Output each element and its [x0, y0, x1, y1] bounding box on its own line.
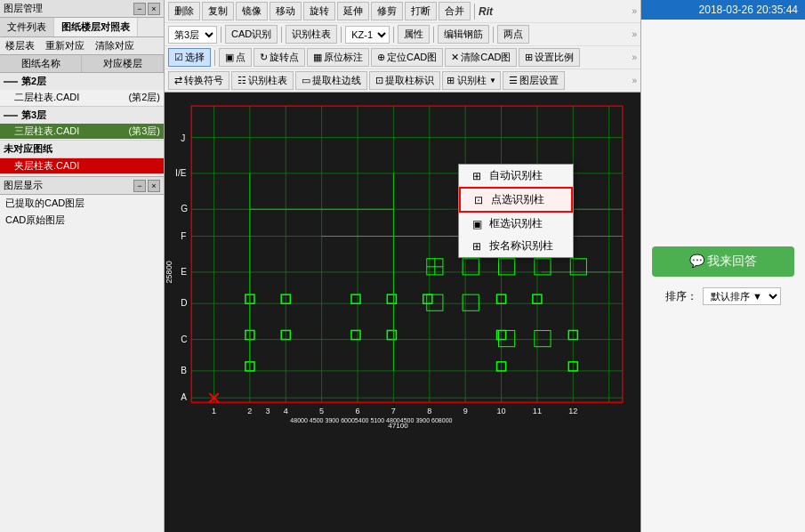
annotate-icon: ▦ [313, 52, 322, 63]
toolbar-more-indicator: » [632, 6, 637, 16]
sub-tabs-row: 楼层表 重新对应 清除对应 [0, 37, 164, 55]
extend-button[interactable]: 延伸 [337, 2, 369, 20]
sub-tab-clear[interactable]: 清除对应 [90, 37, 140, 54]
pin-button[interactable]: − [133, 3, 146, 15]
context-menu: ⊞ 自动识别柱 ⊡ 点选识别柱 ▣ 框选识别柱 ⊞ 按名称识别柱 [458, 164, 574, 258]
floor-2-row[interactable]: 二层柱表.CADI (第2层) [0, 90, 164, 106]
rit-label: Rit [479, 5, 493, 18]
break-button[interactable]: 打断 [405, 2, 437, 20]
svg-text:J: J [181, 133, 185, 143]
annotate-button[interactable]: ▦ 原位标注 [307, 48, 369, 67]
cm-name-icon: ⊞ [470, 239, 484, 254]
move-button[interactable]: 移动 [270, 2, 302, 20]
dropdown-arrow-icon: ▼ [489, 77, 496, 85]
edit-rebar-button[interactable]: 编辑钢筋 [438, 25, 489, 44]
svg-text:3: 3 [266, 407, 270, 415]
locate-cad-button[interactable]: ⊕ 定位CAD图 [371, 48, 443, 67]
layer-close-button[interactable]: × [148, 180, 160, 192]
layer-settings-button[interactable]: ☰ 图层设置 [503, 71, 565, 90]
tab-file-list[interactable]: 文件列表 [0, 18, 54, 36]
extract-col-edge-button[interactable]: ▭ 提取柱边线 [295, 71, 367, 90]
layer-item-extracted[interactable]: 已提取的CAD图层 [0, 195, 164, 212]
mirror-button[interactable]: 镜像 [236, 2, 268, 20]
copy-button[interactable]: 复制 [202, 2, 234, 20]
toolbar-row-3: ☑ 选择 ▣ 点 ↻ 旋转点 ▦ 原位标注 ⊕ 定位CAD [165, 46, 640, 69]
col-table-icon: ☷ [237, 75, 246, 86]
attr-button[interactable]: 属性 [398, 25, 430, 44]
point-button[interactable]: ▣ 点 [219, 48, 252, 67]
floor-2-cad-name: 二层柱表.CADI [14, 91, 116, 104]
layer-panel-title: 图层显示 [4, 179, 133, 192]
svg-text:B: B [181, 366, 187, 375]
cm-point-identify[interactable]: ⊡ 点选识别柱 [459, 187, 573, 213]
cm-name-identify[interactable]: ⊞ 按名称识别柱 [459, 235, 573, 257]
sub-tab-remap[interactable]: 重新对应 [40, 37, 90, 54]
timestamp-display: 2018-03-26 20:35:44 [699, 4, 798, 16]
locate-cad-icon: ⊕ [377, 52, 385, 63]
convert-symbol-button[interactable]: ⇄ 转换符号 [168, 71, 229, 90]
floor-2-cad-floor: (第2层) [116, 91, 160, 104]
svg-text:11: 11 [533, 407, 542, 415]
svg-text:5: 5 [319, 407, 324, 415]
right-top-bar: 2018-03-26 20:35:44 [641, 0, 805, 20]
right-panel: 2018-03-26 20:35:44 💬 我来回答 排序： 默认排序 ▼ [640, 0, 805, 532]
layer-pin-button[interactable]: − [133, 180, 146, 192]
identify-column-table-button[interactable]: 识别柱表 [286, 25, 337, 44]
cm-auto-identify[interactable]: ⊞ 自动识别柱 [459, 165, 573, 187]
select-button[interactable]: ☑ 选择 [168, 48, 211, 67]
svg-text:8: 8 [427, 407, 431, 415]
panel-header-title: 图层管理 [4, 2, 133, 15]
svg-text:2: 2 [247, 407, 252, 415]
two-points-button[interactable]: 两点 [497, 25, 529, 44]
floor-3-cad-floor: (第3层) [116, 125, 160, 138]
svg-text:A: A [181, 392, 187, 402]
separator-1 [474, 4, 475, 20]
svg-text:4: 4 [284, 407, 288, 415]
tab-floor-map[interactable]: 图纸楼层对照表 [54, 18, 138, 36]
svg-text:12: 12 [568, 407, 577, 415]
rotate-button[interactable]: 旋转 [303, 2, 335, 20]
cad-identify-button[interactable]: CAD识别 [225, 25, 278, 44]
cad-canvas[interactable]: J I/E G F E D C B A 25800 1 2 3 4 [165, 93, 640, 532]
kz-select[interactable]: KZ-1 [345, 26, 390, 44]
scale-icon: ⊞ [525, 52, 533, 63]
main-container: 图层管理 − × 文件列表 图纸楼层对照表 楼层表 重新对应 清除对应 图纸名称 [0, 0, 805, 532]
cm-box-identify[interactable]: ▣ 框选识别柱 [459, 213, 573, 235]
toolbar-row-2: 第3层 CAD识别 识别柱表 KZ-1 属性 编辑钢筋 两点 » [165, 23, 640, 46]
reply-button[interactable]: 💬 我来回答 [652, 246, 794, 277]
select-icon: ☑ [174, 52, 183, 63]
floor-3-row[interactable]: 三层柱表.CADI (第3层) [0, 124, 164, 140]
floor-select[interactable]: 第3层 [168, 26, 217, 44]
th-floor-map: 对应楼层 [82, 55, 164, 72]
extract-col-mark-button[interactable]: ⊡ 提取柱标识 [369, 71, 440, 90]
sort-select[interactable]: 默认排序 ▼ [703, 287, 781, 305]
close-panel-button[interactable]: × [148, 3, 160, 15]
identify-col-table-button[interactable]: ☷ 识别柱表 [231, 71, 294, 90]
cm-box-icon: ▣ [470, 217, 484, 231]
svg-text:48000 4500 3900 60005400 5100 : 48000 4500 3900 60005400 5100 48004500 3… [290, 417, 452, 423]
rotate-point-button[interactable]: ↻ 旋转点 [254, 48, 305, 67]
trim-button[interactable]: 修剪 [371, 2, 403, 20]
layer-item-original[interactable]: CAD原始图层 [0, 212, 164, 229]
sep-8 [214, 50, 215, 66]
identify-col-dropdown[interactable]: ⊞ 识别柱 ▼ [442, 71, 501, 90]
sub-tab-floor[interactable]: 楼层表 [0, 37, 40, 54]
layer-panel-btns: − × [133, 180, 160, 192]
svg-text:G: G [181, 204, 188, 214]
svg-text:E: E [181, 267, 187, 277]
svg-rect-0 [165, 93, 640, 434]
svg-text:I/E: I/E [175, 168, 187, 178]
set-scale-button[interactable]: ⊞ 设置比例 [519, 48, 580, 67]
delete-button[interactable]: 删除 [168, 2, 200, 20]
svg-text:6: 6 [355, 407, 359, 415]
unmatched-name: 夹层柱表.CADI [14, 159, 116, 173]
unmatched-row[interactable]: 夹层柱表.CADI [0, 158, 164, 174]
svg-text:9: 9 [463, 407, 468, 415]
merge-button[interactable]: 合并 [439, 2, 471, 20]
clear-cad-button[interactable]: ✕ 清除CAD图 [445, 48, 517, 67]
layer-panel: 图层显示 − × 已提取的CAD图层 CAD原始图层 [0, 176, 164, 229]
svg-text:C: C [181, 335, 187, 344]
row3-more: » [632, 52, 637, 62]
identify-col-icon: ⊞ [447, 75, 455, 86]
floor-3-item: 第3层 三层柱表.CADI (第3层) [0, 107, 164, 141]
